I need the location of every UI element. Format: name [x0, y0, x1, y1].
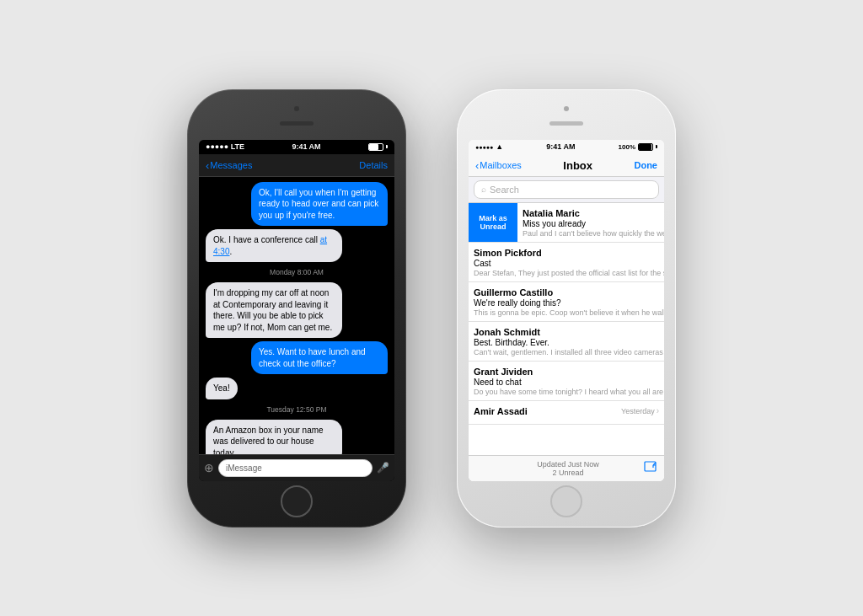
wifi-icon: ▲	[496, 142, 503, 151]
mail-header-6: Amir Assadi Yesterday ›	[474, 406, 659, 416]
mail-item-5[interactable]: Grant Jividen Yesterday › Need to chat D…	[469, 362, 664, 401]
home-button-left[interactable]	[281, 485, 313, 517]
bubble-sent-2: Yes. Want to have lunch and check out th…	[251, 341, 388, 374]
right-phone: ●●●●● ▲ 9:41 AM 100% ‹ Mailboxes	[457, 89, 676, 528]
mail-subject-1: Miss you already	[523, 219, 664, 228]
mail-list: Mark as Unread Natalia Maric 9:15 AM › M…	[469, 203, 664, 455]
nav-bar-left: ‹ Messages Details	[199, 154, 394, 177]
nav-back-left[interactable]: ‹ Messages	[206, 159, 252, 172]
mail-screen: ●●●●● ▲ 9:41 AM 100% ‹ Mailboxes	[469, 140, 664, 481]
compose-button[interactable]	[644, 461, 657, 475]
bubble-received-1: Ok. I have a conference call at 4:30.	[206, 229, 342, 262]
mail-chevron-6: ›	[657, 406, 659, 415]
search-placeholder: Search	[490, 185, 519, 195]
mail-sender-2: Simon Pickford	[474, 248, 542, 258]
mail-header-1: Natalia Maric 9:15 AM ›	[523, 208, 664, 218]
message-input[interactable]: iMessage	[218, 459, 373, 477]
home-button-right[interactable]	[550, 485, 582, 517]
mail-item-4[interactable]: Jonah Schmidt Yesterday › Best. Birthday…	[469, 322, 664, 362]
status-bar-left: ●●●●● LTE 9:41 AM	[199, 140, 394, 154]
search-bar[interactable]: ⌕ Search	[474, 180, 659, 199]
messages-list: Ok, I'll call you when I'm getting ready…	[199, 177, 394, 454]
nav-title-right: Inbox	[563, 159, 592, 172]
messages-list-container: Ok, I'll call you when I'm getting ready…	[199, 177, 394, 481]
speaker-right	[549, 121, 583, 126]
mail-preview-5: Do you have some time tonight? I heard w…	[474, 388, 664, 396]
front-camera-left	[294, 106, 299, 111]
mail-item-2[interactable]: Simon Pickford 8:32 AM › Cast Dear Stefa…	[469, 243, 664, 282]
mail-item-content-5: Grant Jividen Yesterday › Need to chat D…	[469, 362, 664, 400]
mail-header-5: Grant Jividen Yesterday ›	[474, 367, 664, 377]
nav-bar-right: ‹ Mailboxes Inbox Done	[469, 154, 664, 177]
mail-item-3[interactable]: Guillermo Castillo Yesterday › We're rea…	[469, 282, 664, 322]
mail-subject-4: Best. Birthday. Ever.	[474, 338, 664, 347]
timestamp-2: Tuesday 12:50 PM	[206, 405, 388, 414]
mail-header-4: Jonah Schmidt Yesterday ›	[474, 327, 664, 337]
nav-action-right[interactable]: Done	[634, 160, 657, 170]
mail-time-6: Yesterday ›	[621, 406, 659, 415]
mail-preview-1: Paul and I can't believe how quickly the…	[523, 229, 664, 238]
status-bar-right: ●●●●● ▲ 9:41 AM 100%	[469, 140, 664, 154]
msg-sent-1: Ok, I'll call you when I'm getting ready…	[206, 182, 388, 227]
signal-left: ●●●●● LTE	[206, 142, 244, 151]
mail-footer-text: Updated Just Now 2 Unread	[492, 460, 644, 477]
mic-icon[interactable]: 🎤	[377, 462, 389, 474]
msg-received-3: Yea!	[206, 378, 388, 399]
search-bar-container: ⌕ Search	[469, 177, 664, 203]
mail-subject-3: We're really doing this?	[474, 298, 664, 308]
mail-item-content-3: Guillermo Castillo Yesterday › We're rea…	[469, 282, 664, 321]
mail-item-6[interactable]: Amir Assadi Yesterday ›	[469, 401, 664, 425]
mail-subject-5: Need to chat	[474, 378, 664, 387]
svg-rect-0	[645, 462, 656, 471]
time-left: 9:41 AM	[292, 142, 320, 151]
battery-fill-right	[639, 144, 651, 150]
mail-sender-5: Grant Jividen	[474, 367, 533, 377]
mail-sender-6: Amir Assadi	[474, 406, 528, 416]
messages-input-bar: ⊕ iMessage 🎤	[199, 454, 394, 481]
mail-content: ⌕ Search Mark as Unread Natalia Maric	[469, 177, 664, 481]
mail-preview-3: This is gonna be epic. Coop won't believ…	[474, 308, 664, 317]
timestamp-1: Monday 8:00 AM	[206, 268, 388, 276]
battery-body-left	[368, 143, 383, 151]
back-chevron-right: ‹	[475, 159, 479, 172]
messages-screen: ●●●●● LTE 9:41 AM ‹ Messages Details	[199, 140, 394, 481]
msg-sent-2: Yes. Want to have lunch and check out th…	[206, 341, 388, 374]
bubble-sent-1: Ok, I'll call you when I'm getting ready…	[251, 182, 388, 227]
mail-footer: Updated Just Now 2 Unread	[469, 455, 664, 481]
signal-right: ●●●●● ▲	[475, 142, 503, 151]
battery-tip-right	[656, 145, 657, 148]
left-phone: ●●●●● LTE 9:41 AM ‹ Messages Details	[187, 89, 406, 528]
mail-preview-2: Dear Stefan, They just posted the offici…	[474, 269, 664, 277]
back-chevron-left: ‹	[206, 159, 209, 172]
battery-left	[368, 143, 388, 151]
mail-item-1[interactable]: Mark as Unread Natalia Maric 9:15 AM › M…	[469, 203, 664, 243]
mail-item-content-1: Natalia Maric 9:15 AM › Miss you already…	[517, 203, 664, 242]
mark-unread-btn[interactable]: Mark as Unread	[469, 203, 517, 242]
bubble-received-3: Yea!	[206, 378, 238, 399]
nav-action-left[interactable]: Details	[359, 160, 388, 170]
msg-received-1: Ok. I have a conference call at 4:30.	[206, 229, 388, 262]
mail-sender-3: Guillermo Castillo	[474, 287, 553, 297]
phones-container: ●●●●● LTE 9:41 AM ‹ Messages Details	[187, 89, 676, 528]
battery-right: 100%	[619, 143, 657, 151]
battery-tip-left	[386, 145, 388, 148]
mail-item-content-2: Simon Pickford 8:32 AM › Cast Dear Stefa…	[469, 243, 664, 281]
speaker-left	[280, 121, 314, 126]
camera-icon[interactable]: ⊕	[204, 461, 214, 474]
nav-back-right[interactable]: ‹ Mailboxes	[475, 159, 522, 172]
front-camera-right	[564, 106, 569, 111]
msg-received-4: An Amazon box in your name was delivered…	[206, 420, 388, 454]
search-icon: ⌕	[481, 185, 486, 194]
mail-sender-1: Natalia Maric	[523, 208, 580, 218]
bubble-received-4: An Amazon box in your name was delivered…	[206, 420, 342, 454]
battery-fill-left	[369, 144, 378, 150]
mail-preview-4: Can't wait, gentlemen. I installed all t…	[474, 348, 664, 356]
mail-subject-2: Cast	[474, 259, 664, 268]
mail-item-content-6: Amir Assadi Yesterday ›	[469, 401, 664, 424]
mail-item-content-4: Jonah Schmidt Yesterday › Best. Birthday…	[469, 322, 664, 361]
mail-header-2: Simon Pickford 8:32 AM ›	[474, 248, 664, 258]
msg-received-2: I'm dropping my car off at noon at Conte…	[206, 282, 388, 338]
time-right: 9:41 AM	[546, 142, 575, 151]
battery-body-right	[638, 143, 653, 151]
bubble-received-2: I'm dropping my car off at noon at Conte…	[206, 282, 342, 338]
